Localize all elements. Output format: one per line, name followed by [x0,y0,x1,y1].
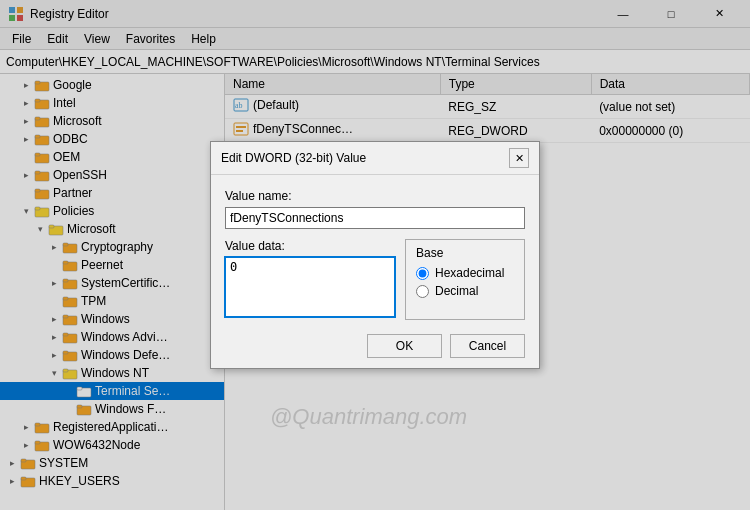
dialog-title: Edit DWORD (32-bit) Value [221,151,366,165]
dialog-close-button[interactable]: ✕ [509,148,529,168]
base-legend: Base [416,246,514,260]
value-data-input[interactable]: 0 [225,257,395,317]
dialog-title-bar: Edit DWORD (32-bit) Value ✕ [211,142,539,175]
modal-overlay: Edit DWORD (32-bit) Value ✕ Value name: … [0,0,750,510]
base-group: Base Hexadecimal Decimal [405,239,525,320]
cancel-button[interactable]: Cancel [450,334,525,358]
value-name-label: Value name: [225,189,525,203]
value-name-input[interactable] [225,207,525,229]
radio-decimal[interactable]: Decimal [416,284,514,298]
dialog-buttons: OK Cancel [225,334,525,358]
data-field: Value data: 0 [225,239,395,320]
radio-hexadecimal[interactable]: Hexadecimal [416,266,514,280]
dialog: Edit DWORD (32-bit) Value ✕ Value name: … [210,141,540,369]
radio-hex-input[interactable] [416,267,429,280]
radio-hex-label: Hexadecimal [435,266,504,280]
radio-dec-label: Decimal [435,284,478,298]
ok-button[interactable]: OK [367,334,442,358]
radio-dec-input[interactable] [416,285,429,298]
data-row: Value data: 0 Base Hexadecimal Decimal [225,239,525,320]
dialog-body: Value name: Value data: 0 Base Hexadecim… [211,175,539,368]
value-data-label: Value data: [225,239,395,253]
